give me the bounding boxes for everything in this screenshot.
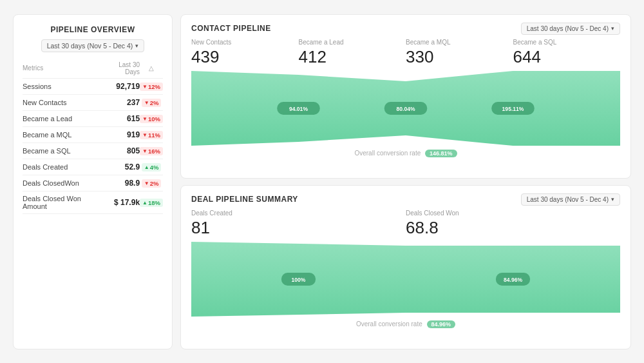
metric-value: 68.8 [406,218,620,238]
chart-metric: Became a MQL 330 [406,39,513,67]
svg-text:195.11%: 195.11% [502,105,524,112]
table-row: Became a MQL 919 ▼11% [23,126,163,142]
metric-value: 92,719 [103,78,140,94]
chart-metric: Became a Lead 412 [299,39,406,67]
metric-label: Deals Created [23,159,103,175]
change-badge: ▼2% [142,99,162,107]
contact-pipeline-card: CONTACT PIPELINE Last 30 days (Nov 5 - D… [180,14,631,179]
table-row: Deals ClosedWon 98.9 ▼2% [23,175,163,191]
metrics-table: Metrics Last 30 Days △ Sessions 92,719 ▼… [23,61,163,214]
metric-change: ▲4% [140,159,163,175]
svg-text:94.01%: 94.01% [289,105,308,112]
deal-pipeline-metrics: Deals Created 81 Deals Closed Won 68.8 [191,210,620,238]
metric-change: ▼16% [140,142,163,159]
metric-value: 439 [191,47,299,67]
change-badge: ▼16% [140,147,163,155]
chevron-down-icon: ▾ [611,196,614,202]
metric-value: 52.9 [103,159,140,175]
deal-pipeline-title: DEAL PIPELINE SUMMARY [191,195,298,204]
dashboard: PIPELINE OVERVIEW Last 30 days (Nov 5 - … [6,8,638,356]
metric-change: ▼12% [140,78,163,94]
deal-overall-rate-badge: 84.96% [427,320,456,328]
metric-value: 919 [103,126,140,142]
metric-label: Became a MQL [406,39,513,46]
deal-overall-rate: Overall conversion rate 84.96% [191,320,620,328]
contact-pipeline-metrics: New Contacts 439 Became a Lead 412 Becam… [191,39,620,67]
table-row: Became a SQL 805 ▼16% [23,142,163,159]
chart-metric: New Contacts 439 [191,39,299,67]
svg-text:84.96%: 84.96% [504,276,522,282]
metric-label: Became a SQL [513,39,621,46]
change-badge: ▲18% [140,199,163,207]
metric-label: Deals Created [191,210,406,217]
contact-pipeline-header: CONTACT PIPELINE Last 30 days (Nov 5 - D… [191,23,620,35]
metric-change: ▼11% [140,126,163,142]
col-header-delta: △ [140,61,163,79]
table-row: New Contacts 237 ▼2% [23,94,163,110]
metric-change: ▲18% [140,191,163,213]
left-panel: PIPELINE OVERVIEW Last 30 days (Nov 5 - … [13,14,173,349]
metric-change: ▼2% [140,175,163,191]
contact-overall-rate-badge: 146.81% [425,150,457,157]
col-header-last30: Last 30 Days [103,61,140,79]
chart-metric: Deals Closed Won 68.8 [406,210,620,238]
svg-text:80.04%: 80.04% [397,105,415,112]
metric-label: Became a Lead [299,39,406,46]
metric-change: ▼2% [140,94,163,110]
metric-label: Deals Closed Won Amount [23,191,103,213]
table-row: Deals Created 52.9 ▲4% [23,159,163,175]
chevron-down-icon: ▾ [135,43,138,49]
metric-value: $ 17.9k [103,191,140,213]
deal-pipeline-card: DEAL PIPELINE SUMMARY Last 30 days (Nov … [180,185,631,349]
deal-pipeline-header: DEAL PIPELINE SUMMARY Last 30 days (Nov … [191,193,620,206]
metric-value: 330 [406,47,513,67]
svg-text:100%: 100% [292,276,306,282]
contact-funnel: 94.01% 80.04% 195.11% [191,70,620,147]
change-badge: ▼12% [140,83,163,91]
metric-value: 237 [103,94,140,110]
chevron-down-icon: ▾ [611,25,614,32]
metric-change: ▼10% [140,110,163,126]
pipeline-overview-title: PIPELINE OVERVIEW [23,25,163,34]
contact-pipeline-date-filter[interactable]: Last 30 days (Nov 5 - Dec 4) ▾ [521,23,620,35]
metric-label: New Contacts [23,94,103,110]
metric-value: 805 [103,142,140,159]
change-badge: ▼2% [142,179,162,188]
col-header-metrics: Metrics [23,61,103,79]
metric-label: Became a Lead [23,110,103,126]
table-row: Deals Closed Won Amount $ 17.9k ▲18% [23,191,163,213]
right-panel: CONTACT PIPELINE Last 30 days (Nov 5 - D… [180,14,631,349]
metric-label: New Contacts [191,39,299,46]
contact-overall-rate: Overall conversion rate 146.81% [191,150,620,157]
left-panel-date-filter[interactable]: Last 30 days (Nov 5 - Dec 4) ▾ [41,39,145,52]
change-badge: ▲4% [142,163,162,172]
chart-metric: Became a SQL 644 [513,39,621,67]
metric-label: Deals ClosedWon [23,175,103,191]
metric-value: 644 [513,47,621,67]
change-badge: ▼11% [140,131,163,139]
deal-funnel: 100% 84.96% [191,240,620,318]
metric-label: Sessions [23,78,103,94]
chart-metric: Deals Created 81 [191,210,406,238]
metric-value: 81 [191,218,406,238]
deal-pipeline-date-filter[interactable]: Last 30 days (Nov 5 - Dec 4) ▾ [521,193,620,206]
table-row: Became a Lead 615 ▼10% [23,110,163,126]
metric-label: Became a SQL [23,142,103,159]
contact-pipeline-title: CONTACT PIPELINE [191,24,271,33]
metric-value: 98.9 [103,175,140,191]
metric-value: 412 [299,47,406,67]
change-badge: ▼10% [140,115,163,123]
table-row: Sessions 92,719 ▼12% [23,78,163,94]
metric-value: 615 [103,110,140,126]
metric-label: Became a MQL [23,126,103,142]
metric-label: Deals Closed Won [406,210,620,217]
